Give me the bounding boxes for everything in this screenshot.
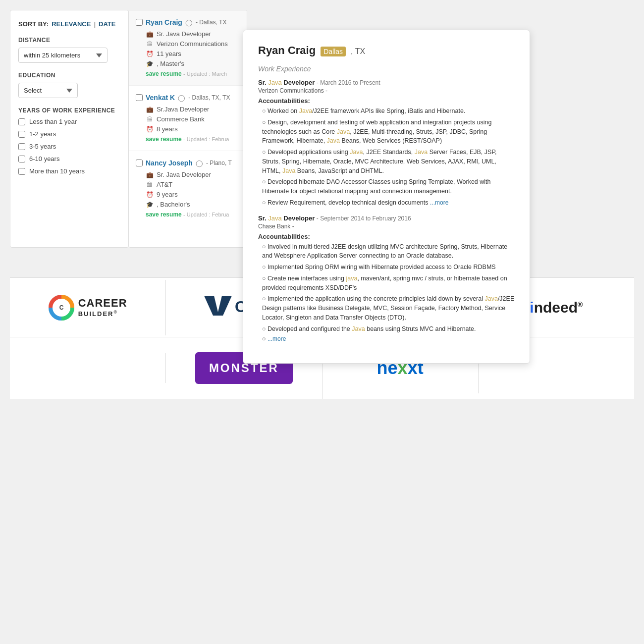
job2-more-link[interactable]: ...more bbox=[268, 335, 286, 342]
exp-3-5-checkbox[interactable] bbox=[18, 143, 25, 150]
nancy-details: 💼 Sr. Java Developer 🏛 AT&T ⏰ 9 years 🎓 … bbox=[146, 171, 240, 208]
nancy-years-row: ⏰ 9 years bbox=[146, 191, 240, 198]
result-card-venkat[interactable]: Venkat K ◯ - Dallas, TX, TX 💼 Sr.Java De… bbox=[129, 86, 247, 151]
education-title: EDUCATION bbox=[18, 72, 120, 79]
exp-more-10-label: More than 10 years bbox=[29, 167, 85, 175]
job2-title: Sr. Java Developer bbox=[258, 215, 315, 222]
venkat-save-link[interactable]: save resume bbox=[146, 136, 182, 143]
job1-more-link[interactable]: ...more bbox=[430, 199, 448, 206]
venkat-details: 💼 Sr.Java Developer 🏛 Commerce Bank ⏰ 8 … bbox=[146, 106, 240, 133]
job2-dates: - September 2014 to February 2016 bbox=[317, 215, 411, 222]
exp-6-10[interactable]: 6-10 years bbox=[18, 155, 120, 162]
filter-panel: SORT BY: RELEVANCE | DATE DISTANCE withi… bbox=[10, 10, 129, 248]
nancy-updated: - Updated : Februa bbox=[183, 212, 229, 217]
sort-by-label: SORT BY: bbox=[18, 20, 49, 28]
sort-relevance-link[interactable]: RELEVANCE bbox=[52, 20, 91, 28]
work-experience-header: Work Experience bbox=[258, 65, 515, 73]
ryan-checkbox[interactable] bbox=[136, 19, 143, 26]
ryan-edu-row: 🎓 , Master's bbox=[146, 60, 240, 67]
job2-more: ○ ...more bbox=[258, 335, 515, 342]
nancy-name[interactable]: Nancy Joseph bbox=[146, 159, 193, 167]
education-section: EDUCATION Select High School Associate's… bbox=[18, 72, 120, 98]
exp-3-5-label: 3-5 years bbox=[29, 143, 56, 150]
job1-bullet1: Worked on Java/J2EE framework APIs like … bbox=[258, 107, 515, 116]
resume-header: Ryan Craig Dallas , TX bbox=[258, 44, 515, 57]
exp-6-10-label: 6-10 years bbox=[29, 155, 59, 162]
briefcase-icon2: 💼 bbox=[146, 106, 154, 113]
venkat-company-row: 🏛 Commerce Bank bbox=[146, 115, 240, 123]
resume-detail-panel: Ryan Craig Dallas , TX Work Experience S… bbox=[243, 30, 530, 364]
resume-location-highlight: Dallas bbox=[321, 47, 346, 56]
job2-bullet1: Involved in multi-tiered J2EE design uti… bbox=[258, 242, 515, 261]
grad-icon: 🎓 bbox=[146, 60, 154, 67]
job-entry-verizon: Sr. Java Developer - March 2016 to Prese… bbox=[258, 79, 515, 208]
exp-3-5[interactable]: 3-5 years bbox=[18, 143, 120, 150]
venkat-company: Commerce Bank bbox=[157, 115, 205, 123]
results-list: Ryan Craig ◯ - Dallas, TX 💼 Sr. Java Dev… bbox=[128, 10, 247, 248]
job1-bullet2: Design, development and testing of web a… bbox=[258, 118, 515, 146]
job1-company: Verizon Communications - bbox=[258, 87, 515, 94]
ryan-save-row: save resume - Updated : March bbox=[146, 70, 240, 77]
careerbuilder-text: CAREER BUILDER® bbox=[78, 297, 127, 318]
careerbuilder-logo-cell[interactable]: C CAREER BUILDER® bbox=[10, 280, 166, 335]
empty-logo-cell bbox=[10, 353, 166, 383]
ryan-company: Verizon Communications bbox=[157, 40, 228, 48]
indeed-i: i bbox=[530, 299, 534, 316]
ryan-name[interactable]: Ryan Craig bbox=[146, 18, 182, 26]
result-card-nancy[interactable]: Nancy Joseph ◯ - Plano, T 💼 Sr. Java Dev… bbox=[129, 151, 247, 226]
nancy-location-icon: ◯ bbox=[196, 160, 203, 167]
exp-6-10-checkbox[interactable] bbox=[18, 156, 25, 162]
job1-bullet3: Developed applications using Java, J2EE … bbox=[258, 148, 515, 175]
svg-text:C: C bbox=[59, 304, 63, 311]
job2-bullet4: Implemented the application using the co… bbox=[258, 294, 515, 322]
ryan-save-link[interactable]: save resume bbox=[146, 70, 182, 77]
job2-title-line: Sr. Java Developer - September 2014 to F… bbox=[258, 215, 515, 222]
ryan-location-icon: ◯ bbox=[185, 19, 193, 26]
nancy-title-row: 💼 Sr. Java Developer bbox=[146, 171, 240, 178]
venkat-save-row: save resume - Updated : Februa bbox=[146, 136, 240, 143]
job2-bullet2: Implemented Spring ORM wiring with Hiber… bbox=[258, 263, 515, 272]
sort-by-row: SORT BY: RELEVANCE | DATE bbox=[18, 20, 120, 28]
clock-icon3: ⏰ bbox=[146, 191, 154, 198]
building-icon3: 🏛 bbox=[146, 181, 154, 188]
distance-section: DISTANCE within 25 kilometers within 10 … bbox=[18, 37, 120, 63]
venkat-title: Sr.Java Developer bbox=[157, 106, 209, 113]
exp-less-1-checkbox[interactable] bbox=[18, 118, 25, 125]
result-card-ryan[interactable]: Ryan Craig ◯ - Dallas, TX 💼 Sr. Java Dev… bbox=[129, 10, 247, 86]
clock-icon2: ⏰ bbox=[146, 126, 154, 133]
career-text: CAREER bbox=[78, 297, 127, 310]
experience-section: YEARS OF WORK EXPERIENCE Less than 1 yea… bbox=[18, 107, 120, 175]
venkat-years: 8 years bbox=[157, 125, 178, 133]
distance-select[interactable]: within 25 kilometers within 10 kilometer… bbox=[18, 48, 107, 63]
nancy-save-link[interactable]: save resume bbox=[146, 211, 182, 218]
nancy-edu: , Bachelor's bbox=[157, 201, 190, 208]
exp-1-2-checkbox[interactable] bbox=[18, 131, 25, 138]
resume-name: Ryan Craig bbox=[258, 44, 316, 57]
job1-bullet5: Review Requirement, develop technical de… bbox=[258, 198, 515, 208]
indeed-logo: indeed® bbox=[530, 299, 583, 316]
resume-location-state: , TX bbox=[351, 47, 365, 56]
svg-marker-3 bbox=[204, 296, 232, 316]
nancy-checkbox[interactable] bbox=[136, 160, 143, 166]
ryan-location: - Dallas, TX bbox=[196, 19, 226, 26]
exp-less-1[interactable]: Less than 1 year bbox=[18, 118, 120, 125]
job2-bullet5: Developed and configured the Java beans … bbox=[258, 324, 515, 334]
nancy-location: - Plano, T bbox=[206, 160, 232, 166]
ryan-title: Sr. Java Developer bbox=[157, 30, 211, 38]
job-entry-chase: Sr. Java Developer - September 2014 to F… bbox=[258, 215, 515, 343]
venkat-name[interactable]: Venkat K bbox=[146, 94, 175, 102]
ryan-updated: - Updated : March bbox=[183, 71, 227, 77]
exp-more-10[interactable]: More than 10 years bbox=[18, 167, 120, 175]
exp-1-2[interactable]: 1-2 years bbox=[18, 130, 120, 138]
nancy-edu-row: 🎓 , Bachelor's bbox=[146, 201, 240, 208]
job2-bullet3: Create new interfaces using java, maven/… bbox=[258, 274, 515, 293]
job2-company: Chase Bank - bbox=[258, 223, 515, 230]
exp-more-10-checkbox[interactable] bbox=[18, 168, 25, 175]
sort-date-link[interactable]: DATE bbox=[99, 20, 115, 28]
sort-divider: | bbox=[94, 20, 96, 28]
venkat-checkbox[interactable] bbox=[136, 94, 143, 101]
education-select[interactable]: Select High School Associate's Bachelor'… bbox=[18, 83, 78, 98]
job1-title-line: Sr. Java Developer - March 2016 to Prese… bbox=[258, 79, 515, 86]
job2-accountabilities: Accountabilities: bbox=[258, 233, 515, 240]
indeed-reg: ® bbox=[578, 301, 583, 309]
